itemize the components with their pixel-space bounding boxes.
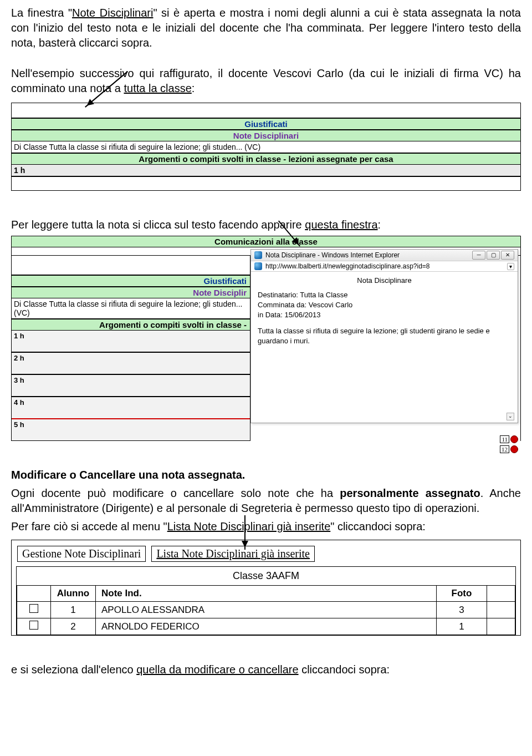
close-button[interactable]: ✕ [501,251,514,260]
section-header-giustificati: Giustificati [12,275,250,287]
text: " cliccandoci sopra: [330,520,426,532]
screenshot-lista-note: Gestione Note Disciplinari Lista Note Di… [11,540,521,636]
col-foto: Foto [437,586,487,602]
heading-modificare: Modificare o Cancellare una nota assegna… [11,468,521,483]
arrow-annotation [244,515,245,550]
row-index: 2 [51,618,96,635]
hour-row: 2 h [12,353,250,375]
ie-icon [254,262,262,270]
col-extra [487,586,515,602]
row-foto: 3 [437,602,487,618]
text-bold: personalmente assegnato [340,487,480,499]
red-dot-icon [510,445,518,453]
ie-icon [254,251,262,259]
popup-line-destinatario: Destinatario: Tutta la Classe [258,290,511,300]
text: : [378,219,381,231]
students-table: Alunno Note Ind. Foto 1 APOLLO ALESSANDR… [17,585,515,635]
hour-row-1: 1 h [12,165,520,177]
indicator-num: 12 [500,445,509,453]
text: : [192,82,195,94]
intro-paragraph-2: Nell'esempio successivo qui raffigurato,… [11,66,521,96]
table-row[interactable]: 1 APOLLO ALESSANDRA 3 [17,602,515,618]
paragraph-modificare-2: Per fare ciò si accede al menu "Lista No… [11,519,521,534]
popup-line-comminata: Comminata da: Vescovi Carlo [258,300,511,310]
table-row[interactable]: 2 ARNOLDO FEDERICO 1 [17,618,515,635]
text: Nell'esempio successivo qui raffigurato,… [11,67,521,94]
note-row[interactable]: Di Classe Tutta la classe si rifiuta di … [12,298,250,319]
intro-paragraph-1: La finestra "Note Disciplinari" si è ape… [11,6,521,50]
red-dot-icon [510,435,518,443]
row-foto: 1 [437,618,487,635]
popup-nota-disciplinare: Nota Disciplinare - Windows Internet Exp… [250,249,518,423]
window-addressbar: http://www.lbalberti.it/newlegginotadisc… [251,261,518,272]
text-underline: questa finestra [305,219,377,231]
hour-row: 3 h [12,375,250,397]
paragraph-final: e si seleziona dall'elenco quella da mod… [11,662,521,677]
popup-line-data: in Data: 15/06/2013 [258,310,511,320]
text: e si seleziona dall'elenco [11,663,136,676]
screenshot-registro-1: Giustificati Note Disciplinari Di Classe… [11,103,521,191]
hour-row: 5 h [12,419,250,441]
row-checkbox[interactable] [17,602,51,618]
page-indicators: 12 [500,445,518,453]
window-titlebar: Nota Disciplinare - Windows Internet Exp… [251,250,518,261]
col-checkbox [17,586,51,602]
section-header-argomenti: Argomenti o compiti svolti in classe - l… [12,153,520,165]
popup-body-text: Tutta la classe si rifiuta di seguire la… [258,326,511,346]
paragraph-modificare-1: Ogni docente può modificare o cancellare… [11,486,521,516]
paragraph-click-note: Per leggere tutta la nota si clicca sul … [11,217,521,232]
col-note-ind: Note Ind. [96,586,437,602]
col-alunno: Alunno [51,586,96,602]
minimize-button[interactable]: ─ [472,251,485,260]
indicator-num: 11 [500,435,509,443]
url-text: http://www.lbalberti.it/newlegginotadisc… [265,262,504,270]
text-underline: tutta la classe [124,82,191,94]
section-header-note-disciplinari: Note Disciplir [12,287,250,298]
tab-lista-note[interactable]: Lista Note Disciplinari già inserite [151,546,315,562]
popup-heading: Nota Disciplinare [258,276,511,285]
window-title: Nota Disciplinare - Windows Internet Exp… [265,251,400,259]
screenshot-registro-with-popup: Comunicazioni alla classe Giustificati N… [11,236,521,441]
text: Ogni docente può modificare o cancellare… [11,487,340,499]
text-underline: Note Disciplinari [72,7,153,19]
text-underline: quella da modificare o cancellare [136,663,298,676]
row-name: ARNOLDO FEDERICO [96,618,437,635]
tab-gestione-note[interactable]: Gestione Note Disciplinari [17,546,146,562]
text: Per leggere tutta la nota si clicca sul … [11,219,305,231]
text: Per fare ciò si accede al menu " [11,520,167,532]
text: La finestra " [11,7,72,19]
hour-row: 1 h [12,331,250,353]
text: cliccandoci sopra: [299,663,390,676]
page-indicators: 11 [500,435,518,443]
row-name: APOLLO ALESSANDRA [96,602,437,618]
section-header-argomenti: Argomenti o compiti svolti in classe - [12,319,250,331]
note-row[interactable]: Di Classe Tutta la classe si rifiuta di … [12,141,520,153]
dropdown-icon[interactable]: ▾ [507,263,514,270]
row-checkbox[interactable] [17,618,51,635]
row-index: 1 [51,602,96,618]
section-header-comunicazioni: Comunicazioni alla classe [12,236,520,247]
text-underline: Lista Note Disciplinari già inserite [167,520,331,532]
scroll-button[interactable]: ⌄ [507,413,514,420]
hour-row: 4 h [12,397,250,419]
section-header-note-disciplinari: Note Disciplinari [12,130,520,141]
section-header-giustificati: Giustificati [12,118,520,130]
maximize-button[interactable]: ▢ [487,251,500,260]
class-header: Classe 3AAFM [17,567,515,585]
